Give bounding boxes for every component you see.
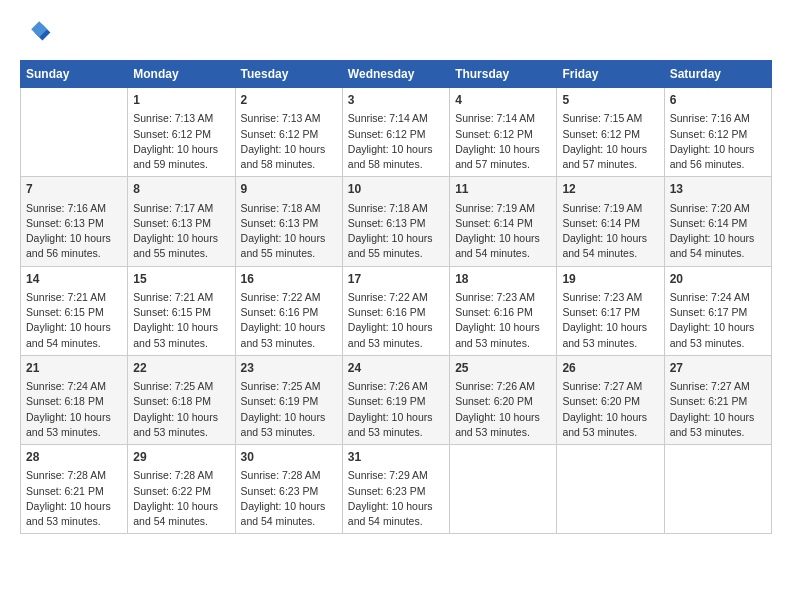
header-row: SundayMondayTuesdayWednesdayThursdayFrid… bbox=[21, 61, 772, 88]
sunrise: Sunrise: 7:28 AM bbox=[26, 469, 106, 481]
sunset: Sunset: 6:18 PM bbox=[26, 395, 104, 407]
sunset: Sunset: 6:12 PM bbox=[348, 128, 426, 140]
sunset: Sunset: 6:15 PM bbox=[133, 306, 211, 318]
daylight: Daylight: 10 hours and 53 minutes. bbox=[26, 411, 111, 438]
daylight: Daylight: 10 hours and 58 minutes. bbox=[241, 143, 326, 170]
daylight: Daylight: 10 hours and 54 minutes. bbox=[348, 500, 433, 527]
cell-2-7: 13Sunrise: 7:20 AMSunset: 6:14 PMDayligh… bbox=[664, 177, 771, 266]
sunset: Sunset: 6:14 PM bbox=[670, 217, 748, 229]
sunrise: Sunrise: 7:22 AM bbox=[241, 291, 321, 303]
sunrise: Sunrise: 7:24 AM bbox=[26, 380, 106, 392]
week-row-5: 28Sunrise: 7:28 AMSunset: 6:21 PMDayligh… bbox=[21, 445, 772, 534]
day-number: 19 bbox=[562, 271, 658, 288]
day-number: 21 bbox=[26, 360, 122, 377]
sunset: Sunset: 6:12 PM bbox=[133, 128, 211, 140]
sunrise: Sunrise: 7:27 AM bbox=[670, 380, 750, 392]
daylight: Daylight: 10 hours and 53 minutes. bbox=[241, 321, 326, 348]
sunset: Sunset: 6:17 PM bbox=[562, 306, 640, 318]
sunset: Sunset: 6:16 PM bbox=[348, 306, 426, 318]
sunrise: Sunrise: 7:27 AM bbox=[562, 380, 642, 392]
cell-3-6: 19Sunrise: 7:23 AMSunset: 6:17 PMDayligh… bbox=[557, 266, 664, 355]
day-number: 17 bbox=[348, 271, 444, 288]
cell-3-3: 16Sunrise: 7:22 AMSunset: 6:16 PMDayligh… bbox=[235, 266, 342, 355]
cell-5-4: 31Sunrise: 7:29 AMSunset: 6:23 PMDayligh… bbox=[342, 445, 449, 534]
day-number: 27 bbox=[670, 360, 766, 377]
sunset: Sunset: 6:20 PM bbox=[455, 395, 533, 407]
day-number: 24 bbox=[348, 360, 444, 377]
cell-4-7: 27Sunrise: 7:27 AMSunset: 6:21 PMDayligh… bbox=[664, 355, 771, 444]
day-number: 11 bbox=[455, 181, 551, 198]
sunrise: Sunrise: 7:25 AM bbox=[133, 380, 213, 392]
day-number: 8 bbox=[133, 181, 229, 198]
daylight: Daylight: 10 hours and 53 minutes. bbox=[348, 321, 433, 348]
sunrise: Sunrise: 7:13 AM bbox=[241, 112, 321, 124]
daylight: Daylight: 10 hours and 59 minutes. bbox=[133, 143, 218, 170]
daylight: Daylight: 10 hours and 55 minutes. bbox=[241, 232, 326, 259]
day-number: 9 bbox=[241, 181, 337, 198]
day-number: 20 bbox=[670, 271, 766, 288]
sunset: Sunset: 6:12 PM bbox=[241, 128, 319, 140]
sunrise: Sunrise: 7:21 AM bbox=[133, 291, 213, 303]
sunset: Sunset: 6:21 PM bbox=[670, 395, 748, 407]
cell-3-2: 15Sunrise: 7:21 AMSunset: 6:15 PMDayligh… bbox=[128, 266, 235, 355]
daylight: Daylight: 10 hours and 53 minutes. bbox=[348, 411, 433, 438]
day-number: 26 bbox=[562, 360, 658, 377]
cell-2-4: 10Sunrise: 7:18 AMSunset: 6:13 PMDayligh… bbox=[342, 177, 449, 266]
daylight: Daylight: 10 hours and 53 minutes. bbox=[562, 411, 647, 438]
sunrise: Sunrise: 7:16 AM bbox=[26, 202, 106, 214]
sunset: Sunset: 6:12 PM bbox=[562, 128, 640, 140]
daylight: Daylight: 10 hours and 54 minutes. bbox=[455, 232, 540, 259]
sunset: Sunset: 6:23 PM bbox=[348, 485, 426, 497]
day-number: 23 bbox=[241, 360, 337, 377]
daylight: Daylight: 10 hours and 56 minutes. bbox=[26, 232, 111, 259]
daylight: Daylight: 10 hours and 56 minutes. bbox=[670, 143, 755, 170]
sunset: Sunset: 6:21 PM bbox=[26, 485, 104, 497]
daylight: Daylight: 10 hours and 53 minutes. bbox=[26, 500, 111, 527]
daylight: Daylight: 10 hours and 53 minutes. bbox=[670, 321, 755, 348]
col-header-thursday: Thursday bbox=[450, 61, 557, 88]
sunrise: Sunrise: 7:14 AM bbox=[348, 112, 428, 124]
daylight: Daylight: 10 hours and 54 minutes. bbox=[26, 321, 111, 348]
daylight: Daylight: 10 hours and 55 minutes. bbox=[133, 232, 218, 259]
cell-4-3: 23Sunrise: 7:25 AMSunset: 6:19 PMDayligh… bbox=[235, 355, 342, 444]
week-row-4: 21Sunrise: 7:24 AMSunset: 6:18 PMDayligh… bbox=[21, 355, 772, 444]
day-number: 18 bbox=[455, 271, 551, 288]
sunset: Sunset: 6:18 PM bbox=[133, 395, 211, 407]
logo bbox=[20, 18, 56, 50]
col-header-tuesday: Tuesday bbox=[235, 61, 342, 88]
cell-1-2: 1Sunrise: 7:13 AMSunset: 6:12 PMDaylight… bbox=[128, 88, 235, 177]
week-row-1: 1Sunrise: 7:13 AMSunset: 6:12 PMDaylight… bbox=[21, 88, 772, 177]
cell-5-3: 30Sunrise: 7:28 AMSunset: 6:23 PMDayligh… bbox=[235, 445, 342, 534]
sunrise: Sunrise: 7:25 AM bbox=[241, 380, 321, 392]
sunrise: Sunrise: 7:24 AM bbox=[670, 291, 750, 303]
sunset: Sunset: 6:22 PM bbox=[133, 485, 211, 497]
cell-1-1 bbox=[21, 88, 128, 177]
day-number: 7 bbox=[26, 181, 122, 198]
sunset: Sunset: 6:12 PM bbox=[455, 128, 533, 140]
day-number: 16 bbox=[241, 271, 337, 288]
cell-4-1: 21Sunrise: 7:24 AMSunset: 6:18 PMDayligh… bbox=[21, 355, 128, 444]
day-number: 1 bbox=[133, 92, 229, 109]
sunrise: Sunrise: 7:15 AM bbox=[562, 112, 642, 124]
sunset: Sunset: 6:13 PM bbox=[133, 217, 211, 229]
sunset: Sunset: 6:15 PM bbox=[26, 306, 104, 318]
sunset: Sunset: 6:14 PM bbox=[455, 217, 533, 229]
col-header-sunday: Sunday bbox=[21, 61, 128, 88]
cell-2-2: 8Sunrise: 7:17 AMSunset: 6:13 PMDaylight… bbox=[128, 177, 235, 266]
sunset: Sunset: 6:13 PM bbox=[348, 217, 426, 229]
cell-2-3: 9Sunrise: 7:18 AMSunset: 6:13 PMDaylight… bbox=[235, 177, 342, 266]
week-row-2: 7Sunrise: 7:16 AMSunset: 6:13 PMDaylight… bbox=[21, 177, 772, 266]
sunrise: Sunrise: 7:16 AM bbox=[670, 112, 750, 124]
cell-3-7: 20Sunrise: 7:24 AMSunset: 6:17 PMDayligh… bbox=[664, 266, 771, 355]
cell-1-5: 4Sunrise: 7:14 AMSunset: 6:12 PMDaylight… bbox=[450, 88, 557, 177]
col-header-saturday: Saturday bbox=[664, 61, 771, 88]
sunrise: Sunrise: 7:19 AM bbox=[455, 202, 535, 214]
col-header-friday: Friday bbox=[557, 61, 664, 88]
cell-5-7 bbox=[664, 445, 771, 534]
daylight: Daylight: 10 hours and 53 minutes. bbox=[455, 321, 540, 348]
cell-4-2: 22Sunrise: 7:25 AMSunset: 6:18 PMDayligh… bbox=[128, 355, 235, 444]
daylight: Daylight: 10 hours and 53 minutes. bbox=[670, 411, 755, 438]
day-number: 10 bbox=[348, 181, 444, 198]
cell-3-4: 17Sunrise: 7:22 AMSunset: 6:16 PMDayligh… bbox=[342, 266, 449, 355]
daylight: Daylight: 10 hours and 57 minutes. bbox=[455, 143, 540, 170]
